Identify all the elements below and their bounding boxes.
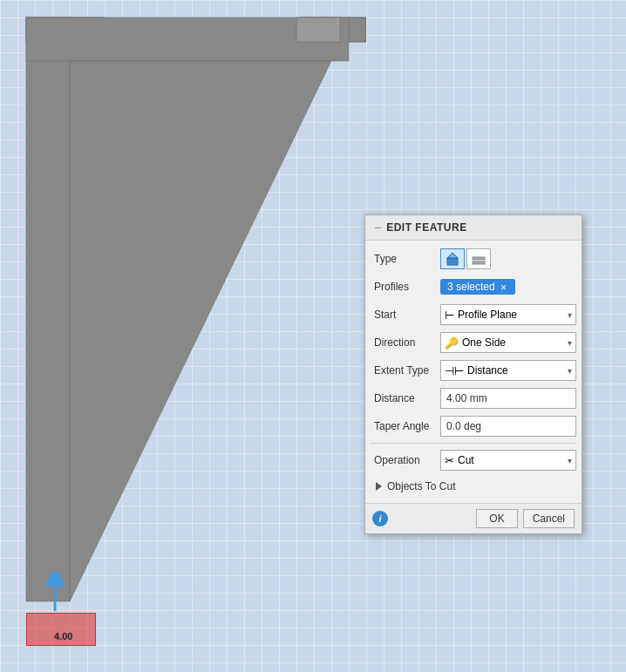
dialog-footer: i OK Cancel	[365, 503, 582, 533]
viewport: 4.00 − EDIT FEATURE Type	[0, 0, 626, 672]
extent-chevron-icon: ▾	[568, 366, 572, 376]
start-chevron-icon: ▾	[568, 310, 572, 320]
dialog-header: − EDIT FEATURE	[365, 215, 582, 241]
taper-row: Taper Angle	[371, 415, 576, 438]
expand-icon	[376, 482, 382, 491]
objects-to-cut-label: Objects To Cut	[387, 480, 455, 492]
extent-icon: ⊣⊢	[445, 364, 464, 377]
operation-select[interactable]: ✂ Cut ▾	[440, 450, 576, 471]
taper-control	[440, 416, 576, 437]
operation-row: Operation ✂ Cut ▾	[371, 449, 576, 472]
distance-control	[440, 388, 576, 409]
start-value: Profile Plane	[458, 309, 517, 321]
info-button[interactable]: i	[372, 511, 388, 526]
direction-icon: 🔑	[445, 336, 459, 350]
extent-type-row: Extent Type ⊣⊢ Distance ▾	[371, 359, 576, 382]
type-row: Type	[371, 248, 576, 270]
profiles-clear-button[interactable]: ×	[499, 282, 509, 293]
taper-label: Taper Angle	[371, 420, 440, 432]
objects-to-cut-row[interactable]: Objects To Cut	[371, 477, 576, 496]
distance-row: Distance	[371, 387, 576, 410]
start-icon: ⊢	[445, 309, 454, 322]
ok-button[interactable]: OK	[476, 509, 517, 528]
distance-label: Distance	[371, 392, 440, 404]
profiles-value: 3 selected	[447, 281, 495, 293]
profiles-row: Profiles 3 selected ×	[371, 275, 576, 298]
start-label: Start	[371, 309, 440, 321]
svg-rect-10	[473, 261, 485, 264]
edit-feature-dialog: − EDIT FEATURE Type Profiles	[364, 214, 582, 534]
start-row: Start ⊢ Profile Plane ▾	[371, 303, 576, 326]
svg-marker-8	[447, 253, 458, 258]
profiles-badge[interactable]: 3 selected ×	[440, 279, 515, 295]
extent-type-label: Extent Type	[371, 364, 440, 377]
direction-chevron-icon: ▾	[568, 338, 572, 348]
direction-arrow	[42, 572, 68, 615]
cancel-button[interactable]: Cancel	[523, 509, 575, 528]
svg-rect-9	[473, 257, 485, 260]
svg-rect-5	[296, 17, 340, 42]
minus-icon[interactable]: −	[374, 221, 381, 234]
dialog-title: EDIT FEATURE	[386, 221, 466, 234]
direction-label: Direction	[371, 336, 440, 349]
type-extrude-button[interactable]	[440, 248, 465, 269]
footer-buttons: OK Cancel	[476, 509, 575, 528]
type-control	[440, 248, 576, 269]
distance-input[interactable]	[440, 388, 576, 409]
operation-chevron-icon: ▾	[568, 456, 572, 465]
type-thin-button[interactable]	[466, 248, 491, 269]
divider-1	[371, 443, 576, 444]
taper-input[interactable]	[440, 416, 576, 437]
direction-row: Direction 🔑 One Side ▾	[371, 331, 576, 354]
extent-type-select[interactable]: ⊣⊢ Distance ▾	[440, 360, 576, 381]
operation-value: Cut	[458, 454, 474, 466]
profiles-label: Profiles	[371, 281, 440, 293]
svg-rect-2	[26, 17, 70, 601]
extent-type-value: Distance	[467, 364, 508, 377]
svg-marker-4	[70, 61, 331, 601]
svg-rect-7	[447, 258, 458, 265]
dialog-body: Type Profiles 3 selected ×	[365, 241, 582, 503]
direction-select[interactable]: 🔑 One Side ▾	[440, 332, 576, 353]
start-select[interactable]: ⊢ Profile Plane ▾	[440, 304, 576, 325]
profiles-control: 3 selected ×	[440, 279, 576, 295]
operation-icon: ✂	[445, 454, 454, 467]
direction-value: One Side	[462, 336, 506, 349]
measure-label: 4.00	[54, 631, 72, 641]
type-label: Type	[371, 253, 440, 265]
operation-label: Operation	[371, 454, 440, 466]
